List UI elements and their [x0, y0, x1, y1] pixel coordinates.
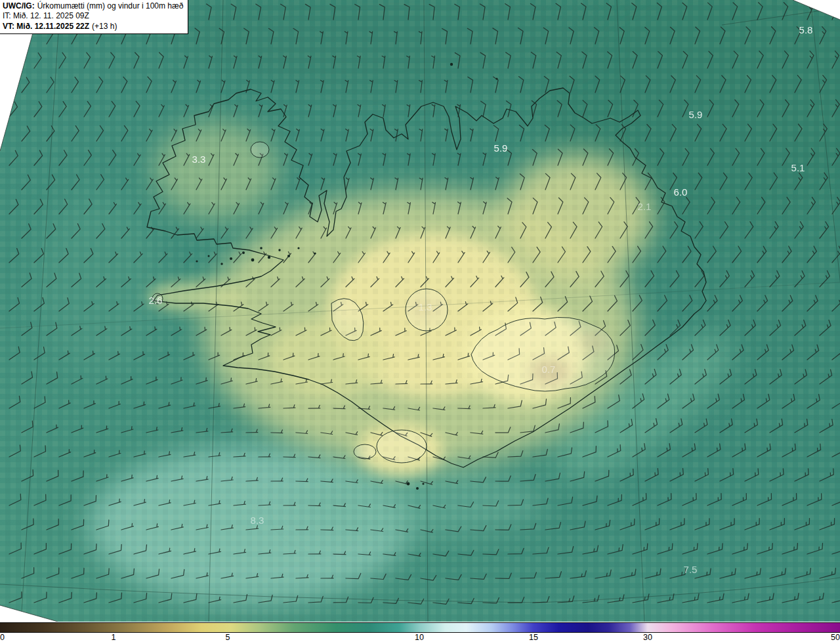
precip-value-label: 5.8: [799, 24, 813, 35]
precip-value-label: 5.9: [689, 109, 703, 120]
valid-time: VT: Mið. 12.11.2025 22Z: [3, 22, 89, 31]
colorbar-gradient: [0, 622, 840, 633]
chart-info-box: UWC/IG:Úrkomumætti (mm) og vindur i 100m…: [0, 0, 188, 34]
colorbar-tick-10: 10: [415, 633, 424, 642]
precipitation-wind-map: 5.85.95.93.35.16.02.12.61.30.78.37.5: [0, 0, 840, 622]
product-code: UWC/IG:: [3, 1, 35, 11]
precip-value-label: 2.1: [638, 201, 652, 212]
colorbar-tick-30: 30: [643, 633, 652, 642]
precip-value-label: 3.3: [192, 154, 206, 165]
init-time-line: IT: Mið. 12. 11. 2025 09Z: [3, 11, 183, 21]
product-title-line: UWC/IG:Úrkomumætti (mm) og vindur i 100m…: [3, 1, 183, 11]
colorbar-tick-5: 5: [226, 633, 230, 642]
valid-time-line: VT: Mið. 12.11.2025 22Z(+13 h): [3, 22, 183, 32]
precip-value-label: 5.1: [791, 162, 805, 173]
forecast-offset: (+13 h): [92, 22, 117, 31]
weather-map-screenshot: 5.85.95.93.35.16.02.12.61.30.78.37.5 UWC…: [0, 0, 840, 642]
precipitation-colorbar: 01510153050: [0, 622, 840, 642]
precip-value-label: 2.6: [149, 295, 163, 306]
colorbar-tick-1: 1: [112, 633, 116, 642]
map-canvas: 5.85.95.93.35.16.02.12.61.30.78.37.5: [0, 0, 840, 622]
product-description: Úrkomumætti (mm) og vindur i 100m hæð: [37, 1, 184, 11]
precip-value-label: 6.0: [674, 186, 688, 198]
precip-value-label: 1.3: [419, 301, 432, 312]
colorbar-tick-labels: 01510153050: [0, 633, 840, 642]
precip-value-label: 7.5: [684, 564, 698, 575]
precip-value-label: 8.3: [251, 515, 264, 526]
precip-value-label: 0.7: [542, 364, 556, 375]
precip-value-label: 5.9: [494, 142, 508, 154]
colorbar-tick-0: 0: [0, 633, 5, 642]
colorbar-tick-50: 50: [831, 633, 840, 642]
colorbar-tick-15: 15: [529, 633, 538, 642]
